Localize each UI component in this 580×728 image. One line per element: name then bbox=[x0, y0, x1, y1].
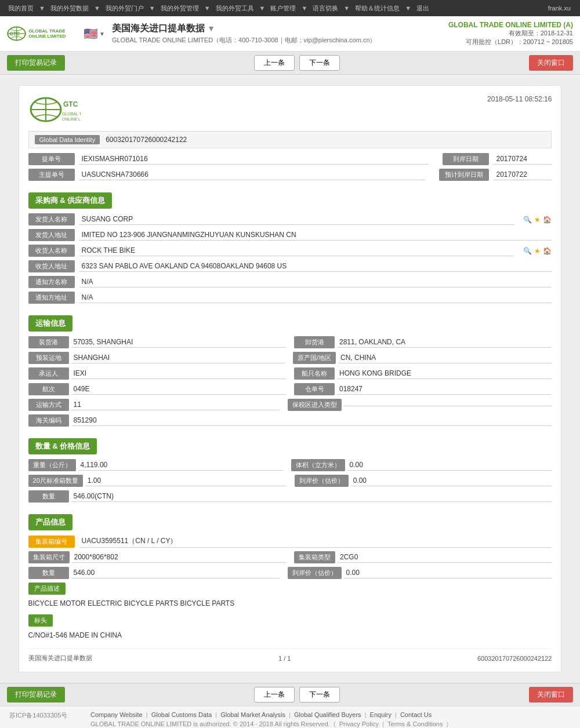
shipper-name-row: 发货人名称 SUSANG CORP 🔍 ★ 🏠 bbox=[28, 213, 552, 225]
prod-desc-container: 产品描述 BICYCLE MOTOR ELECTRIC BICYCLE PART… bbox=[28, 583, 552, 610]
arrive-date-value: 20170724 bbox=[494, 154, 552, 165]
master-bill-row: 主提单号 UASUCNSHA730666 预计到岸日期 20170722 bbox=[28, 169, 552, 181]
container-no-label: 集装箱编号 bbox=[28, 536, 75, 548]
consignee-search-icon[interactable]: 🔍 bbox=[523, 247, 532, 255]
qty-value: 546.00(CTN) bbox=[71, 491, 552, 502]
origin-label: 原产国/地区 bbox=[293, 352, 336, 364]
voyage-value: 049E bbox=[71, 384, 286, 395]
container-size-label: 集装箱尺寸 bbox=[28, 551, 70, 563]
master-bill-label: 主提单号 bbox=[28, 169, 75, 181]
logo-icon: GTC bbox=[7, 22, 26, 45]
volume-label: 体积（立方米） bbox=[291, 459, 345, 471]
transport-mode-label: 运输方式 bbox=[28, 399, 69, 411]
supplier-section-header: 采购商 & 供应商信息 bbox=[28, 192, 113, 209]
record-header: GTC GLOBAL TRADE ONLINE LIMITED 2018-05-… bbox=[28, 95, 552, 124]
master-bill-value: UASUCNSHA730666 bbox=[79, 169, 426, 180]
shipper-addr-row: 发货人地址 IMITED NO 123-906 JIANGNANMINGZHUY… bbox=[28, 229, 552, 241]
prev-button[interactable]: 上一条 bbox=[254, 55, 295, 71]
mark-label: 标头 bbox=[28, 614, 53, 627]
nav-management[interactable]: 我的外贸管理 bbox=[157, 4, 202, 13]
vessel-label: 船只名称 bbox=[294, 367, 335, 380]
container-size-type-row: 集装箱尺寸 2000*806*802 集装箱类型 2CG0 bbox=[28, 551, 552, 563]
top-navigation: 我的首页 ▼ 我的外贸数据 ▼ 我的外贸门户 ▼ 我的外贸管理 ▼ 我的外贸工具… bbox=[0, 0, 580, 16]
footer-link-enquiry[interactable]: Enquiry bbox=[370, 711, 392, 718]
est-arrive-value: 20170722 bbox=[494, 169, 552, 180]
flag-selector[interactable]: 🇺🇸 ▼ bbox=[84, 27, 105, 41]
vessel-value: HONG KONG BRIDGE bbox=[337, 368, 552, 379]
shipper-home-icon[interactable]: 🏠 bbox=[543, 216, 552, 224]
nav-language[interactable]: 语言切换 bbox=[309, 4, 342, 13]
arrive-price-label: 到岸价（估价） bbox=[295, 475, 349, 487]
volume-value: 0.00 bbox=[347, 460, 552, 471]
pre-load-label: 预装运地 bbox=[28, 352, 69, 364]
bill-no-value: IEXISMASHR071016 bbox=[79, 154, 429, 165]
nav-portal[interactable]: 我的外贸门户 bbox=[102, 4, 147, 13]
qty-row: 数量 546.00(CTN) bbox=[28, 490, 552, 503]
product-section: 产品信息 集装箱编号 UACU3595511（CN / L / CY） 集装箱尺… bbox=[28, 506, 552, 642]
consignee-name-value: ROCK THE BIKE bbox=[79, 245, 514, 256]
footer-privacy[interactable]: Privacy Policy bbox=[339, 720, 379, 727]
footer-close-button[interactable]: 关闭窗口 bbox=[529, 687, 573, 702]
nav-account[interactable]: 账户管理 bbox=[267, 4, 299, 13]
nav-logout[interactable]: 退出 bbox=[413, 4, 433, 13]
consignee-icons: 🔍 ★ 🏠 bbox=[523, 247, 552, 255]
footer-toolbar: 打印贸易记录 上一条 下一条 关闭窗口 bbox=[0, 683, 580, 706]
footer-link-company[interactable]: Company Website bbox=[90, 711, 143, 718]
username: frank.xu bbox=[548, 5, 575, 12]
prod-arrive-price-value: 0.00 bbox=[344, 567, 552, 578]
footer-link-customs[interactable]: Global Customs Data bbox=[151, 711, 212, 718]
notify-addr-value: N/A bbox=[79, 292, 552, 303]
footer-terms[interactable]: Terms & Conditions bbox=[387, 720, 443, 727]
bottom-footer: 苏ICP备14033305号 Company Website | Global … bbox=[0, 706, 580, 728]
shipper-search-icon[interactable]: 🔍 bbox=[523, 216, 532, 224]
print-button[interactable]: 打印贸易记录 bbox=[7, 55, 65, 71]
load-port-value: 57035, SHANGHAI bbox=[71, 337, 286, 348]
unload-port-label: 卸货港 bbox=[294, 336, 335, 348]
footer-links: Company Website | Global Customs Data | … bbox=[90, 711, 571, 718]
transport-section-header: 运输信息 bbox=[28, 315, 72, 332]
product-section-header: 产品信息 bbox=[28, 514, 72, 530]
origin-value: CN, CHINA bbox=[338, 352, 552, 363]
nav-help[interactable]: 帮助＆统计信息 bbox=[351, 4, 403, 13]
prod-qty-price-row: 数量 546.00 到岸价（估价） 0.00 bbox=[28, 567, 552, 579]
quantity-section: 数量 & 价格信息 重量（公斤） 4,119.00 体积（立方米） 0.00 2… bbox=[28, 430, 552, 503]
carrier-value: IEXI bbox=[71, 368, 286, 379]
record-logo: GTC GLOBAL TRADE ONLINE LIMITED bbox=[28, 95, 81, 124]
gdi-label: Global Data Identity bbox=[35, 135, 100, 144]
next-button[interactable]: 下一条 bbox=[299, 55, 340, 71]
bill-unit-value: 018247 bbox=[337, 384, 552, 395]
mark-container: 标头 C/NO#1-546 MADE IN CHINA bbox=[28, 614, 552, 642]
prod-arrive-price-label: 到岸价（估价） bbox=[288, 567, 342, 579]
shipper-name-value: SUSANG CORP bbox=[79, 214, 514, 225]
consignee-star-icon[interactable]: ★ bbox=[534, 247, 541, 255]
prod-desc-value: BICYCLE MOTOR ELECTRIC BICYCLE PARTS BIC… bbox=[28, 597, 552, 610]
pagination-record-id: 600320170726000242122 bbox=[477, 655, 552, 662]
nav-home[interactable]: 我的首页 bbox=[5, 4, 37, 13]
footer-prev-button[interactable]: 上一条 bbox=[254, 687, 295, 702]
nav-tools[interactable]: 我的外贸工具 bbox=[212, 4, 258, 13]
shipper-star-icon[interactable]: ★ bbox=[534, 216, 541, 224]
consignee-addr-label: 收货人地址 bbox=[28, 260, 75, 272]
page-title-area: 美国海关进口提单数据 ▼ GLOBAL TRADE ONLINE LIMITED… bbox=[112, 23, 448, 45]
footer-next-button[interactable]: 下一条 bbox=[299, 687, 340, 702]
mark-value: C/NO#1-546 MADE IN CHINA bbox=[28, 629, 552, 642]
close-button[interactable]: 关闭窗口 bbox=[529, 55, 573, 71]
pagination-page: 1 / 1 bbox=[278, 655, 291, 662]
container-no-value: UACU3595511（CN / L / CY） bbox=[79, 535, 552, 548]
prod-qty-value: 546.00 bbox=[71, 567, 280, 578]
weight-value: 4,119.00 bbox=[78, 460, 283, 471]
footer-link-market[interactable]: Global Market Analysis bbox=[220, 711, 285, 718]
carrier-label: 承运人 bbox=[28, 367, 69, 380]
nav-trade-data[interactable]: 我的外贸数据 bbox=[47, 4, 92, 13]
footer-link-buyers[interactable]: Global Qualified Buyers bbox=[294, 711, 361, 718]
shipper-addr-value: IMITED NO 123-906 JIANGNANMINGZHUYUAN KU… bbox=[79, 230, 552, 241]
record-logo-icon: GTC GLOBAL TRADE ONLINE LIMITED bbox=[28, 95, 81, 124]
footer-link-contact[interactable]: Contact Us bbox=[400, 711, 432, 718]
load-unload-row: 装货港 57035, SHANGHAI 卸货港 2811, OAKLAND, C… bbox=[28, 336, 552, 348]
footer-print-button[interactable]: 打印贸易记录 bbox=[7, 687, 65, 702]
transport-mode-value: 11 bbox=[71, 399, 280, 410]
consignee-home-icon[interactable]: 🏠 bbox=[543, 247, 552, 255]
ldr-info: 可用批控（LDR）：200712 ~ 201805 bbox=[448, 38, 573, 46]
svg-text:ONLINE LIMITED: ONLINE LIMITED bbox=[62, 117, 81, 121]
transport-mode-bonded-row: 运输方式 11 保税区进入类型 bbox=[28, 399, 552, 411]
